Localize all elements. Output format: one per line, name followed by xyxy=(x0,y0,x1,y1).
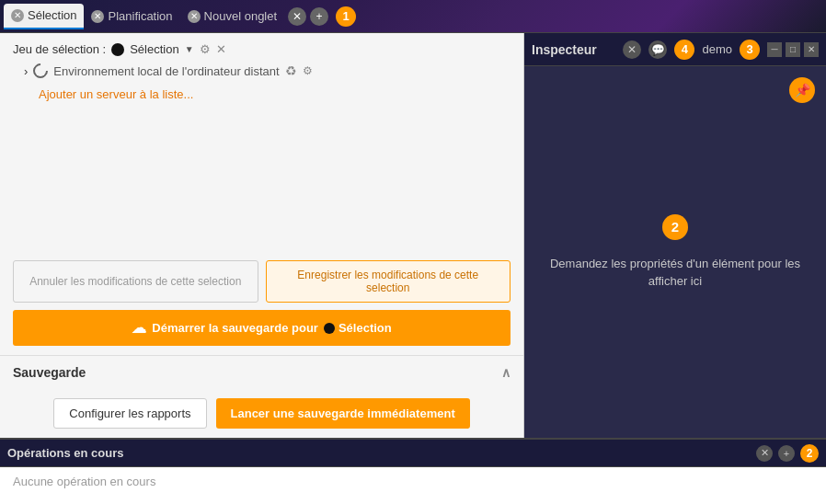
env-gear-icon[interactable]: ⚙ xyxy=(303,64,313,77)
no-operations-text: Aucune opération en cours xyxy=(13,475,155,488)
inspector-message-line1: Demandez les propriétés d'un élément pou… xyxy=(550,255,800,273)
minimize-button[interactable]: ─ xyxy=(767,42,782,57)
start-dot-icon xyxy=(324,323,335,334)
operations-title: Opérations en cours xyxy=(7,446,751,460)
selection-gear-icon[interactable]: ⚙ xyxy=(200,42,211,56)
tab-close-selection[interactable]: ✕ xyxy=(11,9,24,22)
tab-planification[interactable]: ✕ Planification xyxy=(84,4,179,29)
env-expand-icon[interactable]: › xyxy=(24,64,28,78)
user-name: demo xyxy=(702,42,732,56)
selection-dropdown[interactable]: ▼ xyxy=(185,44,194,54)
pin-icon[interactable]: 📌 xyxy=(789,77,815,103)
sauvegarde-collapse-icon: ∧ xyxy=(501,365,511,380)
ops-add-btn[interactable]: + xyxy=(778,445,795,462)
start-backup-button[interactable]: ☁ Démarrer la sauvegarde pour Sélection xyxy=(13,310,511,346)
badge-4: 4 xyxy=(674,40,694,60)
left-panel-body: Jeu de sélection : Sélection ▼ ⚙ ✕ › Env… xyxy=(0,33,523,251)
badge-2-inspector: 2 xyxy=(662,214,688,240)
start-prefix: Démarrer la sauvegarde pour xyxy=(152,321,318,335)
right-panel: Inspecteur ✕ 💬 4 demo 3 ─ □ ✕ 📌 2 Demand… xyxy=(524,33,826,438)
tab-selection[interactable]: ✕ Sélection xyxy=(4,4,84,29)
save-button[interactable]: Enregistrer les modifications de cette s… xyxy=(266,260,511,303)
cancel-button[interactable]: Annuler les modifications de cette selec… xyxy=(13,260,258,303)
tab-bar: ✕ Sélection ✕ Planification ✕ Nouvel ong… xyxy=(0,0,826,33)
maximize-button[interactable]: □ xyxy=(786,42,800,57)
env-label: Environnement local de l'ordinateur dist… xyxy=(53,64,279,78)
inspector-message-line2: afficher ici xyxy=(648,272,702,291)
tab-label-selection: Sélection xyxy=(28,8,76,22)
selection-set-label: Jeu de sélection : xyxy=(13,42,106,56)
ops-close-btn[interactable]: ✕ xyxy=(756,445,773,462)
sauvegarde-section: Sauvegarde ∧ Configurer les rapports Lan… xyxy=(0,355,523,438)
tab-label-planification: Planification xyxy=(108,9,172,23)
inspector-body: 📌 2 Demandez les propriétés d'un élément… xyxy=(524,66,826,438)
tab-actions: ✕ + xyxy=(288,7,328,26)
operations-body: Aucune opération en cours xyxy=(0,467,826,504)
footer-row1: Annuler les modifications de cette selec… xyxy=(13,260,511,303)
sauvegarde-body: Configurer les rapports Lancer une sauve… xyxy=(0,389,523,438)
tab-more-button[interactable]: + xyxy=(310,7,328,26)
tab-label-nouvel: Nouvel onglet xyxy=(204,9,278,23)
selection-set-row: Jeu de sélection : Sélection ▼ ⚙ ✕ xyxy=(13,42,511,56)
left-panel-footer: Annuler les modifications de cette selec… xyxy=(0,251,523,355)
configure-reports-button[interactable]: Configurer les rapports xyxy=(53,398,206,429)
env-row: › Environnement local de l'ordinateur di… xyxy=(24,63,511,78)
start-name-group: Sélection xyxy=(324,321,392,335)
left-panel: Jeu de sélection : Sélection ▼ ⚙ ✕ › Env… xyxy=(0,33,524,438)
main-content: Jeu de sélection : Sélection ▼ ⚙ ✕ › Env… xyxy=(0,33,826,438)
tab-add-button[interactable]: ✕ xyxy=(288,7,306,26)
tab-close-planification[interactable]: ✕ xyxy=(91,10,104,23)
operations-bar: Opérations en cours ✕ + 2 Aucune opérati… xyxy=(0,438,826,504)
sauvegarde-title: Sauvegarde xyxy=(13,365,86,380)
add-server-link[interactable]: Ajouter un serveur à la liste... xyxy=(39,87,193,101)
inspector-title: Inspecteur xyxy=(532,42,615,57)
env-refresh-icon xyxy=(30,61,52,82)
launch-backup-button[interactable]: Lancer une sauvegarde immédiatement xyxy=(216,398,470,429)
inspector-chat-btn[interactable]: 💬 xyxy=(648,40,667,59)
cloud-upload-icon: ☁ xyxy=(132,319,146,337)
badge-2-ops: 2 xyxy=(800,444,819,463)
badge-3: 3 xyxy=(740,40,760,60)
inspector-close-btn[interactable]: ✕ xyxy=(623,40,641,59)
env-recycle-icon: ♻ xyxy=(285,63,297,78)
sauvegarde-header[interactable]: Sauvegarde ∧ xyxy=(0,355,523,389)
start-name: Sélection xyxy=(338,321,392,335)
tab-close-nouvel[interactable]: ✕ xyxy=(188,10,201,23)
window-controls: ─ □ ✕ xyxy=(767,42,819,57)
selection-name: Sélection xyxy=(130,42,178,56)
window-close-button[interactable]: ✕ xyxy=(804,42,819,57)
selection-dot-icon xyxy=(111,43,124,56)
tab-nouvel-onglet[interactable]: ✕ Nouvel onglet xyxy=(180,4,285,29)
selection-close-icon[interactable]: ✕ xyxy=(216,42,226,56)
badge-1: 1 xyxy=(336,6,356,27)
operations-header: Opérations en cours ✕ + 2 xyxy=(0,440,826,467)
inspector-header: Inspecteur ✕ 💬 4 demo 3 ─ □ ✕ xyxy=(524,33,826,66)
